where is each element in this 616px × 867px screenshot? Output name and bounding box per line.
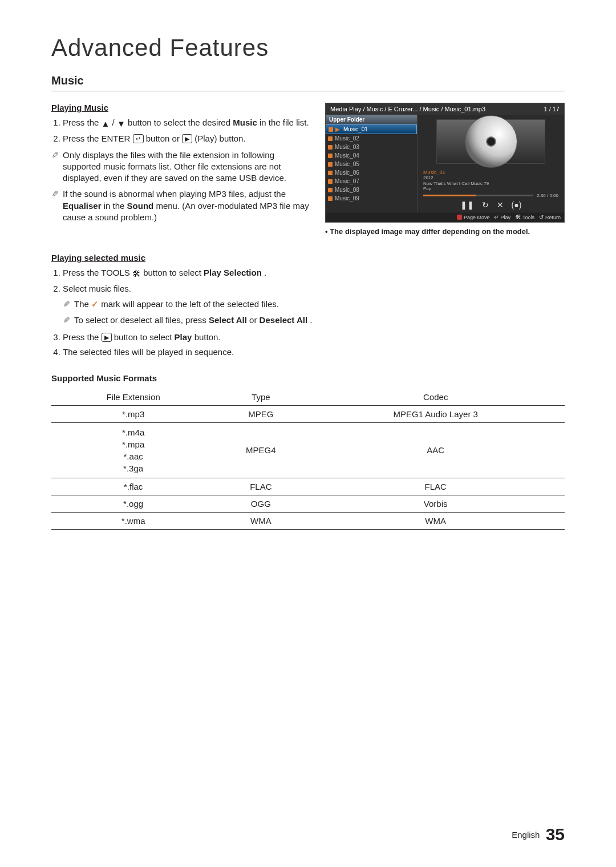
cell-codec: Vorbis [306,495,565,512]
subheading-playing-music: Playing Music [51,103,314,112]
text: in the [104,201,127,211]
text: button to select the desired [128,118,233,127]
pause-icon: ❚❚ [460,200,474,209]
legend-label: Play [500,215,510,220]
check-icon: ✓ [91,299,99,309]
text: To select or deselect all files, press [74,315,209,325]
legend-bar: Page Move ↵Play 🛠Tools ↺Return [326,212,564,222]
text: If the sound is abnormal when playing MP… [63,189,286,199]
return-icon: ↺ [539,214,544,220]
legend-label: Tools [522,215,534,220]
play-icon: ▶ [182,134,192,143]
cell-ext: *.mp3 [51,405,215,422]
now-playing-meta: 2012 Now That's What I Call Music 79 Pop [423,175,558,192]
time-display: 2:36 / 5:00 [537,193,558,198]
enter-icon: ↵ [133,134,144,143]
list-item: Music_08 [326,186,417,194]
bold-select-all: Select All [209,315,247,325]
table-row: *.flac FLAC FLAC [51,478,565,495]
list-item: Music_04 [326,151,417,160]
sound-mode-icon: (●) [512,200,522,209]
tools-icon: 🛠 [515,214,521,220]
th-type: Type [215,389,306,406]
text: Press the [63,118,102,127]
progress-bar [423,195,533,196]
repeat-icon: ↻ [482,200,489,209]
tools-icon: 🛠 [132,268,141,280]
th-codec: Codec [306,389,565,406]
media-player-screenshot: Media Play / Music / E Cruzer... / Music… [325,103,565,223]
list-item-label: Music_07 [335,178,359,184]
play-icon: ▶ [102,333,112,342]
cell-type: MPEG4 [215,422,306,478]
step-1: Press the ▲ / ▼ button to select the des… [63,117,314,130]
item-count: 1 / 17 [539,106,560,112]
note-extensions: Only displays the files with the file ex… [63,150,314,184]
disc-icon [465,115,517,168]
table-row: *.mp3 MPEG MPEG1 Audio Layer 3 [51,405,565,422]
list-item: ▶Music_01 [326,124,417,134]
text: . [310,315,312,325]
page-number: 35 [546,825,565,844]
step-3: Press the ▶ button to select Play button… [63,332,565,343]
text: button to select [114,332,175,342]
step-2: Press the ENTER ↵ button or ▶ (Play) but… [63,133,314,144]
list-item-label: Music_02 [335,135,359,142]
text: or [249,315,260,325]
formats-table: File Extension Type Codec *.mp3 MPEG MPE… [51,389,565,530]
text: Press the ENTER [63,134,130,143]
legend-label: Return [545,215,561,220]
cell-type: MPEG [215,405,306,422]
table-row: *.m4a*.mpa*.aac*.3ga MPEG4 AAC [51,422,565,478]
cell-codec: WMA [306,512,565,529]
bold-play-selection: Play Selection [204,268,262,277]
album-art [423,115,558,168]
text: . [264,268,266,277]
list-item-label: Music_06 [335,170,359,176]
subheading-formats: Supported Music Formats [51,373,565,383]
playback-controls: ❚❚ ↻ ✕ (●) [423,200,558,209]
file-list: Upper Folder ▶Music_01 Music_02 Music_03… [326,115,418,212]
breadcrumb: Media Play / Music / E Cruzer... / Music… [330,106,485,112]
cell-codec: FLAC [306,478,565,495]
text: The [74,299,91,309]
bold-deselect-all: Deselect All [260,315,308,325]
subheading-playing-selected: Playing selected music [51,253,565,263]
bold-play: Play [175,332,192,342]
text: Press the [63,332,102,342]
footer-lang: English [512,830,540,840]
list-item: Music_05 [326,160,417,168]
up-arrow-icon: ▲ [102,118,110,130]
list-item-label: Music_01 [343,126,368,132]
list-item: Music_06 [326,168,417,177]
red-button-icon [457,215,462,220]
bold-sound: Sound [127,201,154,211]
list-item-label: Music_03 [335,144,359,150]
page-title: Advanced Features [51,34,565,62]
list-item-label: Music_04 [335,152,359,159]
cell-type: WMA [215,512,306,529]
step-1: Press the TOOLS 🛠 button to select Play … [63,267,565,280]
step-2: Select music files. The ✓ mark will appe… [63,283,565,326]
list-item: Music_03 [326,143,417,151]
cell-ext: *.m4a*.mpa*.aac*.3ga [51,422,215,478]
table-header-row: File Extension Type Codec [51,389,565,406]
image-caption: The displayed image may differ depending… [325,227,565,236]
upper-folder: Upper Folder [326,115,417,124]
list-item: Music_09 [326,194,417,203]
list-item: Music_07 [326,177,417,186]
text: Select music files. [63,284,131,293]
list-item-label: Music_05 [335,161,359,167]
cell-codec: AAC [306,422,565,478]
table-row: *.wma WMA WMA [51,512,565,529]
cell-type: OGG [215,495,306,512]
note-equaliser: If the sound is abnormal when playing MP… [63,188,314,223]
list-item: Music_02 [326,134,417,143]
enter-icon: ↵ [494,214,499,220]
cell-type: FLAC [215,478,306,495]
down-arrow-icon: ▼ [117,118,125,130]
text: in the file list. [260,118,309,127]
text: button to select [143,268,204,277]
step-4: The selected files will be played in seq… [63,346,565,358]
text: (Play) button. [194,134,245,143]
